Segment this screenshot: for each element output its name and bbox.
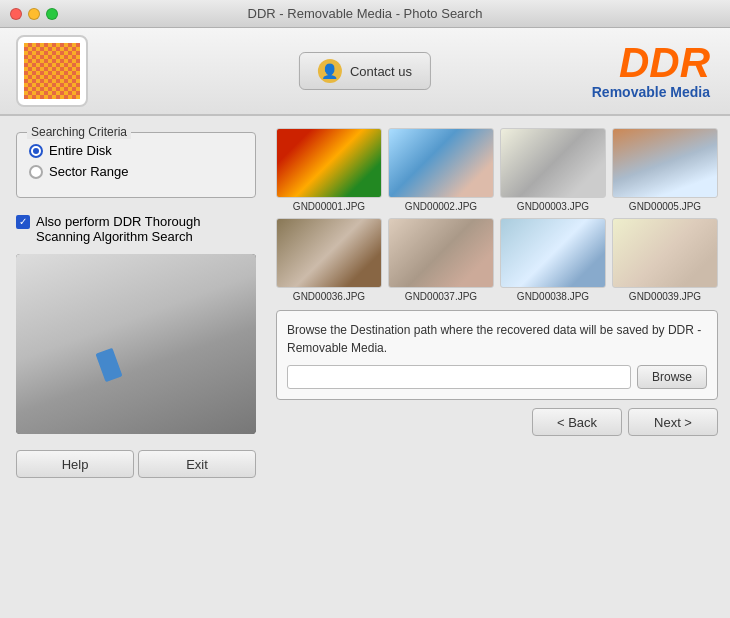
thumbnail-filename: GND00038.JPG [517, 291, 589, 302]
close-button[interactable] [10, 8, 22, 20]
logo-box [16, 35, 88, 107]
header: 👤 Contact us DDR Removable Media [0, 28, 730, 116]
brand-name: DDR [592, 42, 710, 84]
thumbnail-item[interactable]: GND00001.JPG [276, 128, 382, 212]
thumbnail-item[interactable]: GND00005.JPG [612, 128, 718, 212]
search-criteria-legend: Searching Criteria [27, 125, 131, 139]
brand-area: DDR Removable Media [592, 42, 710, 100]
maximize-button[interactable] [46, 8, 58, 20]
radio-sector-range[interactable] [29, 165, 43, 179]
minimize-button[interactable] [28, 8, 40, 20]
thumbnail-filename: GND00005.JPG [629, 201, 701, 212]
thumbnail-filename: GND00039.JPG [629, 291, 701, 302]
browse-row: Browse [287, 365, 707, 389]
browse-section: Browse the Destination path where the re… [276, 310, 718, 400]
main-content: Searching Criteria Entire Disk Sector Ra… [0, 116, 730, 618]
thumbnail-item[interactable]: GND00002.JPG [388, 128, 494, 212]
window-controls [10, 8, 58, 20]
thumbnail-image [276, 218, 382, 288]
left-panel: Searching Criteria Entire Disk Sector Ra… [0, 116, 268, 618]
bottom-buttons: Help Exit [16, 450, 256, 478]
thumbnail-item[interactable]: GND00036.JPG [276, 218, 382, 302]
radio-entire-disk-label: Entire Disk [49, 143, 112, 158]
thumbnail-filename: GND00002.JPG [405, 201, 477, 212]
usb-hand-bg [16, 254, 256, 434]
thumbnail-image [612, 128, 718, 198]
back-button[interactable]: < Back [532, 408, 622, 436]
brand-subtitle: Removable Media [592, 84, 710, 100]
thumbnail-filename: GND00036.JPG [293, 291, 365, 302]
logo-icon [24, 43, 80, 99]
contact-icon: 👤 [318, 59, 342, 83]
browse-path-input[interactable] [287, 365, 631, 389]
right-panel: GND00001.JPGGND00002.JPGGND00003.JPGGND0… [268, 116, 730, 618]
radio-sector-range-label: Sector Range [49, 164, 129, 179]
preview-image [16, 254, 256, 434]
search-criteria-box: Searching Criteria Entire Disk Sector Ra… [16, 132, 256, 198]
thumbnail-item[interactable]: GND00037.JPG [388, 218, 494, 302]
thumbnail-filename: GND00003.JPG [517, 201, 589, 212]
thumbnail-image [612, 218, 718, 288]
navigation-buttons: < Back Next > [276, 408, 718, 436]
thumbnail-image [500, 128, 606, 198]
thumbnail-filename: GND00037.JPG [405, 291, 477, 302]
window-title: DDR - Removable Media - Photo Search [248, 6, 483, 21]
thumbnail-grid: GND00001.JPGGND00002.JPGGND00003.JPGGND0… [276, 128, 718, 302]
thumbnail-image [276, 128, 382, 198]
thumbnail-filename: GND00001.JPG [293, 201, 365, 212]
ddr-scanning-checkbox[interactable] [16, 215, 30, 229]
thumbnail-image [500, 218, 606, 288]
radio-entire-disk[interactable] [29, 144, 43, 158]
next-button[interactable]: Next > [628, 408, 718, 436]
exit-button[interactable]: Exit [138, 450, 256, 478]
checkbox-label: Also perform DDR Thorough Scanning Algor… [36, 214, 256, 244]
thumbnail-item[interactable]: GND00003.JPG [500, 128, 606, 212]
contact-button[interactable]: 👤 Contact us [299, 52, 431, 90]
browse-button[interactable]: Browse [637, 365, 707, 389]
contact-label: Contact us [350, 64, 412, 79]
titlebar: DDR - Removable Media - Photo Search [0, 0, 730, 28]
thumbnail-image [388, 218, 494, 288]
thumbnail-item[interactable]: GND00038.JPG [500, 218, 606, 302]
radio-entire-disk-row[interactable]: Entire Disk [29, 143, 243, 158]
checkbox-row[interactable]: Also perform DDR Thorough Scanning Algor… [16, 214, 256, 244]
browse-description: Browse the Destination path where the re… [287, 321, 707, 357]
radio-sector-range-row[interactable]: Sector Range [29, 164, 243, 179]
thumbnail-item[interactable]: GND00039.JPG [612, 218, 718, 302]
thumbnail-image [388, 128, 494, 198]
help-button[interactable]: Help [16, 450, 134, 478]
